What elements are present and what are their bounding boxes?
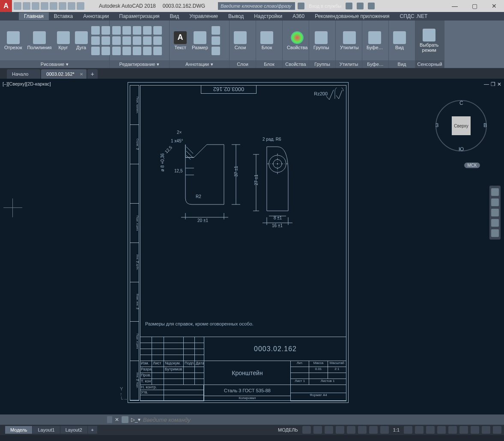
status-model-label[interactable]: МОДЕЛЬ <box>276 427 300 432</box>
close-button[interactable]: ✕ <box>484 0 504 12</box>
hardware-icon[interactable] <box>471 426 479 434</box>
touch-mode-button[interactable]: Выбрать режим <box>418 28 440 53</box>
cmdline-settings-icon[interactable] <box>122 416 128 423</box>
command-input[interactable] <box>143 417 397 423</box>
annoscale-icon[interactable] <box>404 426 412 434</box>
help-icon[interactable] <box>368 3 375 9</box>
vp-restore-icon[interactable]: ❐ <box>491 81 495 87</box>
scale-icon[interactable] <box>122 47 131 55</box>
annomonitor-icon[interactable] <box>426 426 435 434</box>
line-button[interactable]: Отрезок <box>3 30 24 51</box>
close-tab-icon[interactable]: ✕ <box>80 72 83 77</box>
layout-2[interactable]: Layout2 <box>60 426 87 434</box>
array-icon[interactable] <box>143 36 152 45</box>
qat-save-icon[interactable] <box>32 2 39 10</box>
draw-small-icon[interactable] <box>101 47 110 55</box>
cleanscreen-icon[interactable] <box>482 426 490 434</box>
osnap-toggle-icon[interactable] <box>347 426 355 434</box>
mirror-icon[interactable] <box>122 36 131 45</box>
minimize-button[interactable]: — <box>445 0 465 12</box>
isolate-icon[interactable] <box>459 426 468 434</box>
fillet-icon[interactable] <box>133 36 141 45</box>
drawing-tab[interactable]: 0003.02.162*✕ <box>41 69 86 79</box>
qat-open-icon[interactable] <box>23 2 30 10</box>
clipboard-button[interactable]: Буфе… <box>365 30 385 51</box>
polar-toggle-icon[interactable] <box>336 426 344 434</box>
arc-button[interactable]: Дуга <box>73 30 89 51</box>
tab-featured[interactable]: Рекомендованные приложения <box>310 12 394 20</box>
panel-block-title[interactable]: Блок <box>256 60 282 68</box>
draw-small-icon[interactable] <box>101 26 110 35</box>
qat-undo-icon[interactable] <box>59 2 66 10</box>
qat-redo-icon[interactable] <box>68 2 75 10</box>
stretch-icon[interactable] <box>112 47 121 55</box>
stayconnected-icon[interactable] <box>357 3 364 9</box>
wheel-icon[interactable] <box>491 188 499 196</box>
zoom-icon[interactable] <box>491 209 499 216</box>
viewport-label[interactable]: [–][Сверху][2D-каркас] <box>3 81 51 86</box>
quickprop-icon[interactable] <box>448 426 457 434</box>
compass-west[interactable]: З <box>435 122 438 128</box>
vp-minimize-icon[interactable]: — <box>484 81 489 87</box>
panel-draw-title[interactable]: Рисование ▾ <box>0 60 109 68</box>
panel-layers-title[interactable]: Слои <box>230 60 256 68</box>
panel-edit-title[interactable]: Редактирование ▾ <box>110 60 169 68</box>
tab-home[interactable]: Главная <box>19 12 49 20</box>
compass-east[interactable]: В <box>483 122 487 128</box>
tab-manage[interactable]: Управление <box>184 12 223 20</box>
panel-view-title[interactable]: Вид <box>389 60 415 68</box>
lineweight-toggle-icon[interactable] <box>369 426 378 434</box>
tab-annotate[interactable]: Аннотации <box>78 12 114 20</box>
tab-addins[interactable]: Надстройки <box>249 12 287 20</box>
vp-close-icon[interactable]: ✕ <box>497 81 501 87</box>
edit-icon[interactable] <box>133 47 141 55</box>
showmotion-icon[interactable] <box>491 229 499 237</box>
qat-saveas-icon[interactable] <box>41 2 48 10</box>
cmdline-close-icon[interactable]: ✕ <box>115 417 119 423</box>
draw-small-icon[interactable] <box>91 36 100 45</box>
new-tab-button[interactable]: + <box>87 69 98 79</box>
help-search[interactable]: Введите ключевое слово/фразу <box>218 2 295 10</box>
panel-groups-title[interactable]: Группы <box>309 60 335 68</box>
tab-output[interactable]: Вывод <box>223 12 249 20</box>
a360-icon[interactable] <box>298 3 304 9</box>
tab-a360[interactable]: A360 <box>287 12 310 20</box>
explode-icon[interactable] <box>153 26 162 35</box>
edit-icon[interactable] <box>153 47 162 55</box>
cmdline-grip[interactable] <box>107 416 112 423</box>
dimension-button[interactable]: Размер <box>190 30 210 51</box>
draw-small-icon[interactable] <box>101 36 110 45</box>
properties-button[interactable]: Свойства <box>285 30 309 51</box>
maximize-button[interactable]: ▢ <box>465 0 484 12</box>
move-icon[interactable] <box>112 26 121 35</box>
qat-new-icon[interactable] <box>14 2 21 10</box>
panel-clip-title[interactable]: Буфе… <box>362 60 388 68</box>
panel-props-title[interactable]: Свойства <box>283 60 309 68</box>
circle-button[interactable]: Круг <box>55 30 72 51</box>
wcs-badge[interactable]: МСК <box>464 163 480 168</box>
table-icon[interactable] <box>212 36 220 45</box>
ortho-toggle-icon[interactable] <box>325 426 333 434</box>
tab-insert[interactable]: Вставка <box>49 12 78 20</box>
copy-icon[interactable] <box>112 36 121 45</box>
layout-add-button[interactable]: + <box>88 426 97 434</box>
drawing-canvas[interactable]: [–][Сверху][2D-каркас] — ❐ ✕ Y↑└→ Сверху… <box>0 79 504 414</box>
transparency-toggle-icon[interactable] <box>380 426 389 434</box>
app-logo[interactable]: A <box>0 0 12 12</box>
panel-anno-title[interactable]: Аннотации ▾ <box>170 60 229 68</box>
layout-model[interactable]: Модель <box>5 426 32 434</box>
tab-spds[interactable]: СПДС .NET <box>395 12 433 20</box>
units-icon[interactable] <box>437 426 446 434</box>
offset-icon[interactable] <box>153 36 162 45</box>
status-scale-label[interactable]: 1:1 <box>391 427 401 432</box>
layout-1[interactable]: Layout1 <box>33 426 60 434</box>
exchange-icon[interactable] <box>346 3 352 9</box>
utilities-button[interactable]: Утилиты <box>338 30 361 51</box>
qat-more-icon[interactable] <box>77 2 84 10</box>
view-button[interactable]: Вид <box>391 30 408 51</box>
text-button[interactable]: AТекст <box>172 30 188 51</box>
grid-toggle-icon[interactable] <box>302 426 311 434</box>
viewcube-face[interactable]: Сверху <box>452 116 471 135</box>
trim-icon[interactable] <box>133 26 141 35</box>
polyline-button[interactable]: Полилиния <box>25 30 53 51</box>
